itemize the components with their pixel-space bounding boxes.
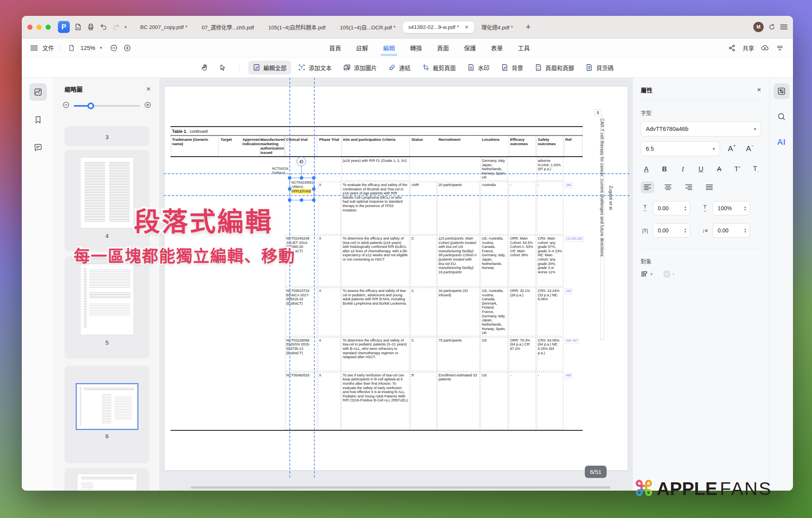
redo-icon[interactable] xyxy=(112,23,121,31)
thumbnail-zoom-slider[interactable] xyxy=(74,105,140,107)
share-label[interactable]: 共享 xyxy=(743,44,754,52)
horizontal-scale-input[interactable]: 100% ▲▼ xyxy=(712,201,750,215)
italic-button[interactable]: I xyxy=(678,165,688,173)
menu-protect[interactable]: 保護 xyxy=(463,41,477,54)
menu-home[interactable]: 首頁 xyxy=(328,41,342,54)
share-icon[interactable] xyxy=(728,44,736,52)
align-justify-button[interactable] xyxy=(703,181,716,193)
table-title[interactable]: Table 1. continued xyxy=(170,127,583,136)
thumbnail-page-3[interactable]: 3 xyxy=(65,126,149,146)
save-icon[interactable] xyxy=(74,23,82,31)
new-tab-button[interactable]: + xyxy=(520,22,536,32)
align-right-button[interactable] xyxy=(682,181,695,193)
tab-document-3[interactable]: 105(1~4)自然科題本.pdf xyxy=(261,20,333,34)
align-center-button[interactable] xyxy=(661,181,675,193)
link-button[interactable]: 連結 xyxy=(384,61,415,75)
selection-handle-ne[interactable] xyxy=(312,176,316,180)
document-viewport[interactable]: 6 Table 1. continued xyxy=(160,78,632,491)
bold-button[interactable]: B xyxy=(660,165,669,173)
ai-assistant-icon[interactable]: AI xyxy=(774,134,789,150)
annotations-panel-icon[interactable] xyxy=(29,139,47,156)
header-footer-button[interactable]: 頁眉和頁腳 xyxy=(530,61,579,75)
object-distribute-dropdown[interactable]: ▾ xyxy=(663,271,675,278)
tab-document-4[interactable]: 105(1~4)自...OCR.pdf * xyxy=(333,20,403,34)
close-properties-icon[interactable]: ✕ xyxy=(757,87,761,93)
article-running-title[interactable]: CAR-T cell therapy for cancer: current c… xyxy=(600,118,605,340)
thumbnail-page-7[interactable] xyxy=(65,468,149,491)
selection-handle-n[interactable] xyxy=(300,176,303,180)
background-button[interactable]: 背景 xyxy=(496,61,528,75)
font-size-select[interactable]: 6.5 ▾ xyxy=(641,141,720,156)
line-spacing-input[interactable]: 0.00 ▲▼ xyxy=(712,223,750,238)
align-left-button[interactable] xyxy=(641,181,654,193)
table-row[interactable]: NCT03610724 BIANCA 2017-005019-15 (Eudra… xyxy=(170,287,583,337)
zoom-level-value[interactable]: 125% xyxy=(80,45,95,51)
menu-convert[interactable]: 轉換 xyxy=(409,41,423,54)
superscript-button[interactable]: T+ xyxy=(733,165,742,173)
slider-knob[interactable] xyxy=(88,102,94,109)
stepper-icon[interactable]: ▲▼ xyxy=(744,228,747,234)
underline-button[interactable]: U xyxy=(696,165,706,173)
crop-page-button[interactable]: 裁剪頁面 xyxy=(417,61,460,75)
selected-text-block[interactable]: NCT04234061 ARMAC APPLEFANS xyxy=(289,178,314,200)
thumb-zoom-in-icon[interactable] xyxy=(144,101,151,110)
menu-edit[interactable]: 編輯 xyxy=(382,41,396,54)
rotate-handle[interactable] xyxy=(297,157,306,166)
zoom-window-button[interactable] xyxy=(46,25,51,30)
selection-handle-nw[interactable] xyxy=(288,176,291,180)
file-menu-icon[interactable] xyxy=(31,46,38,50)
select-tool-icon[interactable] xyxy=(215,61,230,75)
stepper-icon[interactable]: ▲▼ xyxy=(684,205,687,211)
properties-strip-icon[interactable] xyxy=(774,83,789,99)
thumb-zoom-out-icon[interactable] xyxy=(62,101,70,110)
font-family-select[interactable]: AdvTT6780a46b ▾ xyxy=(641,121,761,136)
selection-handle-se[interactable] xyxy=(312,198,316,202)
thumbnail-page-5[interactable]: 5 xyxy=(65,256,149,359)
menu-form[interactable]: 表單 xyxy=(490,41,504,54)
tab-close-icon[interactable]: ✕ xyxy=(464,24,469,30)
tab-document-2[interactable]: 07_選修化學...ch5.pdf xyxy=(195,20,261,34)
selection-handle-sw[interactable] xyxy=(288,198,291,202)
print-icon[interactable] xyxy=(86,23,95,31)
add-image-button[interactable]: 添加圖片 xyxy=(339,61,381,75)
menu-tools[interactable]: 工具 xyxy=(517,41,530,54)
selection-handle-e[interactable] xyxy=(312,187,316,191)
text-color-button[interactable]: A xyxy=(642,165,651,173)
table-row[interactable]: (≥18 years) with R/R FL (Grade 1, 2, 3A)… xyxy=(170,157,583,181)
bookmarks-panel-icon[interactable] xyxy=(29,111,47,129)
table-row[interactable]: NCT02228096 ENSIGN 2015-003736-13 (Eudra… xyxy=(170,337,583,372)
thumbnail-page-6[interactable]: 6 xyxy=(65,366,149,463)
object-align-dropdown[interactable]: ▾ xyxy=(641,271,653,278)
zoom-in-icon[interactable] xyxy=(123,44,132,52)
minimize-window-button[interactable] xyxy=(36,25,42,30)
file-menu-label[interactable]: 文件 xyxy=(42,44,54,52)
horizontal-scrollbar[interactable] xyxy=(191,486,610,489)
search-icon[interactable] xyxy=(774,109,789,125)
undo-icon[interactable] xyxy=(99,23,108,31)
word-spacing-input[interactable]: 0.00 ▲▼ xyxy=(653,223,690,238)
stepper-icon[interactable]: ▲▼ xyxy=(684,228,687,234)
zoom-caret-icon[interactable]: ▾ xyxy=(100,45,102,50)
cloud-upload-icon[interactable] xyxy=(760,44,769,52)
add-text-button[interactable]: 添加文本 xyxy=(293,61,336,75)
decrease-font-size-button[interactable]: A− xyxy=(744,144,756,153)
thumbnails-panel-icon[interactable] xyxy=(29,83,47,101)
history-caret-icon[interactable]: ▾ xyxy=(124,25,127,30)
strikethrough-button[interactable]: A xyxy=(714,165,724,173)
stepper-icon[interactable]: ▲▼ xyxy=(744,205,747,211)
sync-icon[interactable] xyxy=(768,23,776,31)
hand-tool-icon[interactable] xyxy=(197,61,213,75)
close-panel-icon[interactable]: ✕ xyxy=(146,86,151,92)
char-spacing-input[interactable]: 0.00 ▲▼ xyxy=(653,201,690,215)
edit-all-button[interactable]: 編輯全部 xyxy=(248,61,291,75)
increase-font-size-button[interactable]: A+ xyxy=(726,144,738,153)
menu-annotate[interactable]: 註解 xyxy=(355,41,369,54)
selection-handle-s[interactable] xyxy=(300,198,303,202)
watermark-button[interactable]: 水印 xyxy=(463,61,494,75)
selection-handle-w[interactable] xyxy=(288,187,291,191)
main-menu-icon[interactable] xyxy=(780,25,787,29)
close-window-button[interactable] xyxy=(27,25,33,30)
table-row[interactable]: NCT05460533 II To see if early reinfusio… xyxy=(170,372,583,430)
account-avatar[interactable]: M xyxy=(753,22,764,32)
article-authors[interactable]: Zugasti et al. xyxy=(609,186,613,233)
